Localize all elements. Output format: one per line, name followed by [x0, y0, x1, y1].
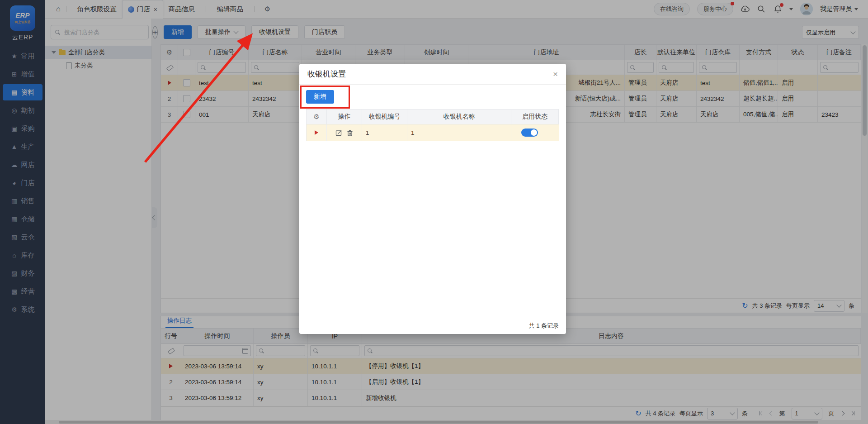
modal-body: 新增 ⚙ 操作 收银机编号 收银机名称 启用状态 — [299, 85, 566, 141]
cashier-code-cell: 1 — [362, 124, 407, 141]
col-cashier-name: 收银机名称 — [407, 110, 511, 124]
current-row-marker — [315, 130, 318, 135]
col-cashier-code: 收银机编号 — [362, 110, 407, 124]
modal-footer: 共 1 条记录 — [299, 317, 566, 334]
col-actions: 操作 — [327, 110, 362, 124]
column-gear-icon[interactable]: ⚙ — [313, 113, 319, 121]
cashier-table-header: ⚙ 操作 收银机编号 收银机名称 启用状态 — [307, 110, 559, 124]
edit-icon[interactable] — [335, 129, 342, 136]
modal-header: 收银机设置 × — [299, 64, 566, 85]
add-cashier-button[interactable]: 新增 — [306, 90, 334, 104]
cashier-settings-modal: 收银机设置 × 新增 ⚙ 操作 收银机编号 收银机名称 启用状态 — [299, 64, 566, 334]
enable-toggle[interactable] — [521, 129, 538, 137]
erp-app: ERP 网上管家婆 云ERP ★常用 ⊞增值 ▤资料 ◎期初 ▣采购 ▲生产 ☁… — [0, 0, 868, 424]
close-icon[interactable]: × — [553, 70, 558, 78]
total-records: 共 1 条记录 — [529, 322, 559, 330]
cashier-row-1[interactable]: 1 1 — [307, 124, 559, 141]
col-enable-status: 启用状态 — [511, 110, 559, 124]
trash-icon[interactable] — [347, 129, 354, 136]
cashier-table: ⚙ 操作 收银机编号 收银机名称 启用状态 — [306, 109, 559, 141]
cashier-name-cell: 1 — [407, 124, 511, 141]
column-settings-cell: ⚙ — [307, 110, 327, 124]
modal-title: 收银机设置 — [307, 69, 346, 79]
